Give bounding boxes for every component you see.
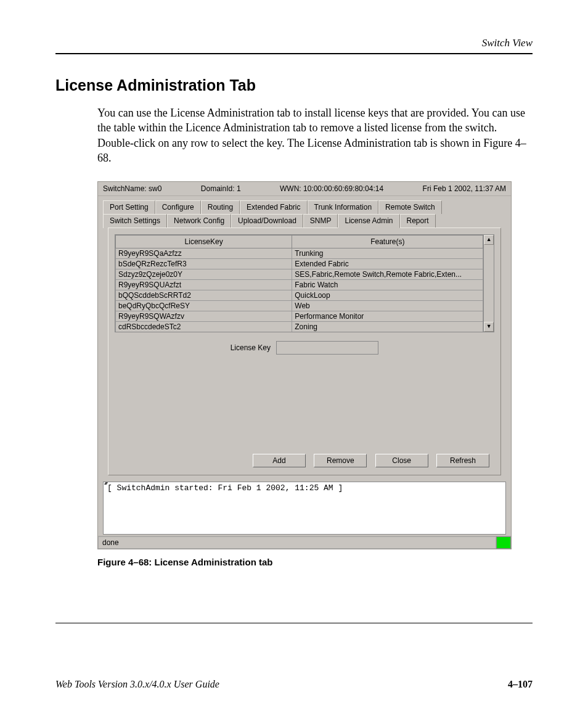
wwn-value: 10:00:00:60:69:80:04:14 [303,184,383,193]
cell: SES,Fabric,Remote Switch,Remote Fabric,E… [292,269,483,280]
cell: Performance Monitor [292,311,483,322]
header-rule [55,53,533,54]
license-panel: LicenseKey Feature(s) R9yeyR9SQaAzfzzTru… [108,228,501,475]
page-header: Switch View [55,37,533,49]
figure-caption: Figure 4–68: License Administration tab [97,557,533,567]
domain-id-label: DomainId: [201,184,235,193]
col-features[interactable]: Feature(s) [292,236,483,248]
table-row[interactable]: bSdeQRzRezcTefR3Extended Fabric [116,259,483,269]
scroll-up-icon[interactable]: ▲ [484,235,494,245]
table-row[interactable]: Sdzyz9zQzeje0z0YSES,Fabric,Remote Switch… [116,269,483,280]
switch-name-label: SwitchName: [103,184,147,193]
tab-row-2: Switch Settings Network Config Upload/Do… [103,213,506,228]
tab-license-admin[interactable]: License Admin [338,214,399,228]
license-admin-screenshot: SwitchName: sw0 DomainId: 1 WWN: 10:00:0… [97,181,512,549]
status-indicator-icon [496,536,511,549]
status-text: done [98,536,496,549]
cell: bQQScddebScRRTd2 [116,290,292,301]
tab-routing[interactable]: Routing [201,200,240,214]
tab-report[interactable]: Report [400,214,436,228]
tab-network-config[interactable]: Network Config [167,214,231,228]
cell: beQdRyQbcQcfReSY [116,301,292,311]
info-bar: SwitchName: sw0 DomainId: 1 WWN: 10:00:0… [98,182,511,196]
tab-port-setting[interactable]: Port Setting [103,200,155,214]
col-license-key[interactable]: LicenseKey [116,236,292,248]
scroll-down-icon[interactable]: ▼ [484,322,494,332]
refresh-button[interactable]: Refresh [436,454,489,467]
table-scrollbar[interactable]: ▲ ▼ [483,235,494,332]
cell: cdRSbccdedeSTc2 [116,322,292,332]
close-button[interactable]: Close [375,454,428,467]
table-row[interactable]: R9yeyR9SQUAzfztFabric Watch [116,280,483,290]
footer-left: Web Tools Version 3.0.x/4.0.x User Guide [55,679,219,690]
tab-extended-fabric[interactable]: Extended Fabric [240,200,307,214]
tab-snmp[interactable]: SNMP [303,214,338,228]
page-number: 4–107 [508,679,533,690]
cell: Web [292,301,483,311]
tab-upload-download[interactable]: Upload/Download [231,214,303,228]
table-row[interactable]: bQQScddebScRRTd2QuickLoop [116,290,483,301]
console-output: [ SwitchAdmin started: Fri Feb 1 2002, 1… [103,482,506,535]
cell: Sdzyz9zQzeje0z0Y [116,269,292,280]
cell: Extended Fabric [292,259,483,269]
remove-button[interactable]: Remove [314,454,367,467]
tab-trunk-information[interactable]: Trunk Information [308,200,379,214]
tab-switch-settings[interactable]: Switch Settings [103,214,167,228]
switch-name-value: sw0 [149,184,161,193]
datetime-value: Fri Feb 1 2002, 11:37 AM [423,184,506,193]
domain-id-value: 1 [237,184,241,193]
cell: Trunking [292,248,483,259]
cell: QuickLoop [292,290,483,301]
cell: R9yeyR9SQUAzfzt [116,280,292,290]
cell: Zoning [292,322,483,332]
tab-configure[interactable]: Configure [155,200,201,214]
tab-remote-switch[interactable]: Remote Switch [378,200,442,214]
add-button[interactable]: Add [253,454,306,467]
license-key-input[interactable] [276,341,378,355]
table-row[interactable]: beQdRyQbcQcfReSYWeb [116,301,483,311]
intro-paragraph: You can use the License Administration t… [97,105,533,165]
cell: R9yeyR9SQaAzfzz [116,248,292,259]
cell: bSdeQRzRezcTefR3 [116,259,292,269]
license-table[interactable]: LicenseKey Feature(s) R9yeyR9SQaAzfzzTru… [115,235,483,332]
license-key-label: License Key [231,343,271,352]
wwn-label: WWN: [280,184,301,193]
cell: Fabric Watch [292,280,483,290]
cell: R9yeyR9SQWAzfzv [116,311,292,322]
section-heading: License Administration Tab [55,76,533,94]
table-row[interactable]: R9yeyR9SQaAzfzzTrunking [116,248,483,259]
table-row[interactable]: R9yeyR9SQWAzfzvPerformance Monitor [116,311,483,322]
table-row[interactable]: cdRSbccdedeSTc2Zoning [116,322,483,332]
tab-row-1: Port Setting Configure Routing Extended … [103,200,506,213]
footer-rule [55,623,533,623]
